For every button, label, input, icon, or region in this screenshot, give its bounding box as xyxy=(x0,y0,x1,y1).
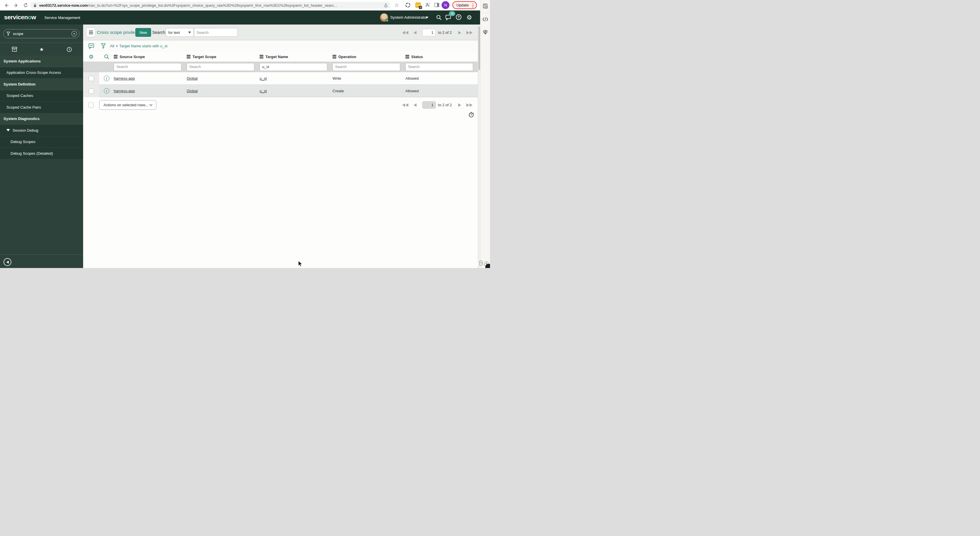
collapse-sidebar-button[interactable] xyxy=(3,258,11,266)
list-chat-icon[interactable] xyxy=(88,43,94,49)
sidebar-item-system-applications[interactable]: System Applications xyxy=(0,56,83,67)
url-bar[interactable]: ven03172.service-now.com/nav_to.do?uri=%… xyxy=(30,2,391,9)
scrollbar-track[interactable] xyxy=(478,24,480,268)
share-icon[interactable] xyxy=(384,3,388,8)
column-header-target-name[interactable]: Target Name xyxy=(259,54,332,59)
extensions-puzzle-icon[interactable] xyxy=(425,2,430,8)
list-context-menu-button[interactable] xyxy=(86,28,95,37)
settings-gear-icon[interactable] xyxy=(466,14,473,21)
column-header-target-scope[interactable]: Target Scope xyxy=(187,54,259,59)
list-search-input[interactable] xyxy=(194,28,238,37)
new-button-label: New xyxy=(139,30,147,35)
column-label: Status xyxy=(411,54,423,59)
reload-icon[interactable] xyxy=(23,2,29,8)
filter-source-scope-input[interactable] xyxy=(114,63,181,71)
side-panel-icon[interactable] xyxy=(434,3,439,7)
bookmark-star-icon[interactable] xyxy=(395,2,399,8)
column-menu-icon[interactable] xyxy=(259,56,263,57)
row-info-icon[interactable] xyxy=(104,88,110,94)
filter-target-scope-input[interactable] xyxy=(187,63,255,71)
new-button[interactable]: New xyxy=(135,28,151,37)
cell-target-name-link[interactable]: u_st xyxy=(259,89,332,93)
sidebar-item-debug-scopes-detailed[interactable]: Debug Scopes (Detailed) xyxy=(0,148,83,160)
all-applications-icon[interactable] xyxy=(12,47,17,52)
user-menu-caret-icon[interactable] xyxy=(426,17,428,18)
navigator-filter-input[interactable] xyxy=(13,32,72,36)
screen: ven03172.service-now.com/nav_to.do?uri=%… xyxy=(0,0,490,268)
next-page-icon[interactable] xyxy=(458,103,461,107)
next-page-icon[interactable] xyxy=(458,31,461,34)
row-checkbox[interactable] xyxy=(89,76,94,81)
column-menu-icon[interactable] xyxy=(332,56,336,57)
previous-page-icon[interactable] xyxy=(414,31,417,34)
sidebar-item-label: Scoped Cache Pairs xyxy=(6,105,41,110)
browser-profile-avatar[interactable]: N xyxy=(442,1,449,9)
actions-select-label: Actions on selected rows... xyxy=(103,103,149,107)
filter-status-input[interactable] xyxy=(406,63,473,71)
global-search-icon[interactable] xyxy=(436,14,442,21)
first-page-icon[interactable] xyxy=(402,31,408,34)
last-page-icon[interactable] xyxy=(466,103,473,107)
yellow-extension-icon[interactable]: 3 xyxy=(415,2,421,8)
back-icon[interactable] xyxy=(3,2,10,8)
actions-select[interactable]: Actions on selected rows... xyxy=(99,100,156,110)
browser-menu-icon[interactable] xyxy=(473,3,473,8)
cell-target-scope-link[interactable]: Global xyxy=(187,89,259,93)
row-checkbox[interactable] xyxy=(89,88,94,94)
actions-row: Actions on selected rows... to 2 of 2 xyxy=(83,100,478,110)
sidebar-item-system-definition[interactable]: System Definition xyxy=(0,78,83,90)
idea-lightbulb-icon[interactable] xyxy=(482,29,488,35)
update-button[interactable]: Update xyxy=(452,1,477,9)
list-filter-funnel-icon[interactable] xyxy=(101,43,106,49)
row-info-icon[interactable] xyxy=(104,76,110,81)
help-icon[interactable] xyxy=(456,14,461,20)
filter-target-name-input[interactable] xyxy=(259,63,327,71)
previous-page-icon[interactable] xyxy=(414,103,417,107)
favorites-star-icon[interactable] xyxy=(40,46,44,53)
sidebar-item-debug-scopes[interactable]: Debug Scopes xyxy=(0,136,83,148)
actions-chevron-icon xyxy=(150,103,153,107)
column-search-toggle-icon[interactable] xyxy=(99,54,114,59)
breadcrumb-all-link[interactable]: All xyxy=(110,44,114,48)
expanded-caret-icon[interactable] xyxy=(6,129,10,131)
response-time-stopwatch-icon[interactable] xyxy=(468,112,474,118)
sidebar-tabs xyxy=(0,43,83,56)
filter-operation-input[interactable] xyxy=(332,63,400,71)
first-page-icon[interactable] xyxy=(402,103,408,107)
sidebar-divider xyxy=(0,43,83,43)
page-number-input[interactable] xyxy=(422,29,436,36)
pagination-top: to 2 of 2 xyxy=(402,29,473,36)
column-menu-icon[interactable] xyxy=(406,56,409,57)
sidebar-item-session-debug[interactable]: Session Debug xyxy=(0,124,83,136)
cell-source-scope-link[interactable]: harness-app xyxy=(114,89,187,93)
column-header-operation[interactable]: Operation xyxy=(332,54,406,59)
sidebar-item-system-diagnostics[interactable]: System Diagnostics xyxy=(0,113,83,125)
column-header-status[interactable]: Status xyxy=(406,54,478,59)
cell-target-scope-link[interactable]: Global xyxy=(187,76,259,81)
page-number-input[interactable] xyxy=(422,101,436,108)
breadcrumb-condition-link[interactable]: Target Name starts with u_st xyxy=(119,44,167,48)
cell-source-scope-link[interactable]: harness-app xyxy=(114,76,187,81)
search-type-select[interactable]: for text xyxy=(165,28,194,37)
history-clock-icon[interactable] xyxy=(67,47,72,52)
extension-dots xyxy=(416,5,420,6)
user-name[interactable]: System Administrator xyxy=(390,15,428,19)
drag-handle-icon[interactable] xyxy=(479,261,482,265)
last-page-icon[interactable] xyxy=(466,31,473,34)
user-avatar[interactable] xyxy=(380,13,388,22)
reading-list-eye-icon[interactable] xyxy=(482,3,488,10)
select-all-checkbox[interactable] xyxy=(88,102,94,108)
clear-filter-icon[interactable] xyxy=(72,31,77,37)
code-icon[interactable] xyxy=(482,16,488,22)
column-menu-icon[interactable] xyxy=(187,56,191,57)
column-header-source-scope[interactable]: Source Scope xyxy=(114,54,187,59)
navigator-filter[interactable] xyxy=(3,29,80,38)
sidebar-item-scoped-cache-pairs[interactable]: Scoped Cache Pairs xyxy=(0,102,83,113)
forward-icon[interactable] xyxy=(13,2,19,8)
sidebar-item-scoped-caches[interactable]: Scoped Caches xyxy=(0,90,83,102)
sidebar-item-application-cross-scope-access[interactable]: Application Cross-Scope Access xyxy=(0,67,83,79)
spinner-extension-icon[interactable] xyxy=(405,2,410,8)
personalize-gear-icon[interactable] xyxy=(83,53,99,60)
column-menu-icon[interactable] xyxy=(114,56,118,57)
cell-target-name-link[interactable]: u_st xyxy=(259,76,332,81)
